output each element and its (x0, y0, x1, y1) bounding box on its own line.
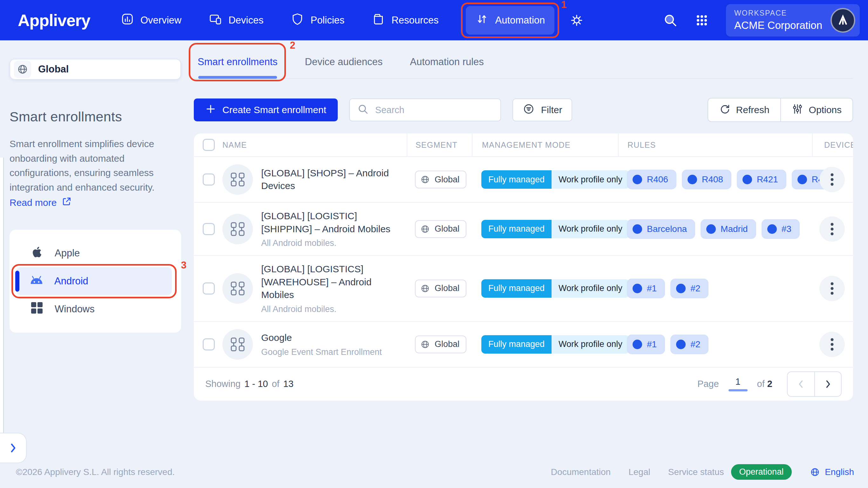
apple-icon (30, 245, 44, 262)
mode-fully-managed[interactable]: Fully managed (481, 279, 552, 298)
header-rules: RULES (618, 133, 812, 156)
rule-chip[interactable]: R406 (627, 170, 676, 189)
workspace-label: WORKSPACE (734, 9, 822, 18)
rule-chip[interactable]: #3 (762, 219, 800, 239)
enrollment-name[interactable]: [GLOBAL] [LOGISTIC] [SHIPPING] – Android… (261, 211, 391, 234)
tab-wrap-device-audiences: Device audiences (305, 56, 383, 78)
scope-label: Global (38, 64, 69, 75)
row-actions-kebab-icon[interactable] (819, 216, 845, 242)
next-page-button[interactable] (814, 372, 841, 396)
management-mode-cell: Fully managed Work profile only (472, 279, 618, 298)
enrollment-subtitle: All Android mobiles. (261, 304, 405, 314)
segment-pill: Global (415, 280, 466, 297)
rule-chip[interactable]: R421 (737, 170, 786, 189)
row-actions-kebab-icon[interactable] (819, 167, 845, 192)
previous-page-button[interactable] (787, 372, 814, 396)
options-button[interactable]: Options (780, 98, 852, 121)
table-header-row: NAME SEGMENT MANAGEMENT MODE RULES DEVIC… (194, 133, 853, 156)
header-segment: SEGMENT (407, 133, 472, 156)
android-icon (30, 273, 43, 289)
workspace-name: ACME Corporation (734, 20, 822, 31)
scope-selector[interactable]: Global (9, 59, 181, 80)
page-number-input[interactable] (729, 376, 747, 387)
footer-link-documentation[interactable]: Documentation (551, 467, 611, 477)
rule-label: #2 (690, 283, 700, 294)
rule-chip[interactable]: R408 (682, 170, 732, 189)
page-label: Page (698, 379, 719, 389)
enrollment-name[interactable]: Google (261, 332, 292, 343)
showing-of: of (272, 379, 279, 389)
showing-summary: Showing 1 - 10 of 13 (205, 379, 293, 389)
rule-chip[interactable]: #2 (671, 279, 709, 298)
language-selector[interactable]: English (810, 467, 854, 478)
read-more-label: Read more (9, 197, 57, 208)
search-input[interactable] (375, 105, 495, 115)
rule-dot-icon (767, 224, 777, 234)
external-link-icon (62, 196, 72, 209)
table-row: Google Google Event Smart Enrollment Glo… (194, 321, 853, 367)
rule-chip[interactable]: Barcelona (627, 219, 695, 239)
rule-label: R408 (702, 175, 723, 185)
footer-link-legal[interactable]: Legal (628, 467, 650, 477)
row-checkbox[interactable] (203, 174, 215, 186)
row-checkbox[interactable] (203, 282, 215, 295)
row-checkbox[interactable] (203, 338, 215, 350)
tab-automation-rules[interactable]: Automation rules (410, 56, 484, 78)
tab-device-audiences[interactable]: Device audiences (305, 56, 383, 78)
expand-sidebar-button[interactable] (0, 433, 27, 463)
nav-item-automation[interactable]: Automation 1 (466, 6, 554, 35)
apps-grid-icon[interactable] (695, 13, 709, 27)
globe-icon (420, 283, 430, 294)
mode-work-profile-only[interactable]: Work profile only (552, 170, 629, 189)
filter-button[interactable]: Filter (513, 98, 572, 121)
tab-smart-enrollments[interactable]: Smart enrollments (197, 56, 278, 78)
enrollment-name[interactable]: [GLOBAL] [LOGISTICS] [WAREHOUSE] – Andro… (261, 264, 371, 300)
nav-item-resources[interactable]: Resources (372, 12, 438, 28)
mode-fully-managed[interactable]: Fully managed (481, 220, 552, 238)
nav-item-policies[interactable]: Policies (291, 12, 344, 28)
platform-label: Windows (55, 303, 95, 315)
mode-work-profile-only[interactable]: Work profile only (552, 220, 629, 238)
mode-fully-managed[interactable]: Fully managed (481, 170, 552, 189)
select-all-checkbox[interactable] (203, 139, 215, 151)
rule-chip[interactable]: Madrid (701, 219, 756, 239)
platform-item-windows[interactable]: Windows (9, 295, 181, 323)
app-screen: Applivery Overview Devices Policies (0, 0, 868, 488)
row-checkbox[interactable] (203, 223, 215, 235)
mode-fully-managed[interactable]: Fully managed (481, 335, 552, 354)
create-smart-enrollment-button[interactable]: Create Smart enrollment (194, 98, 338, 121)
search-icon[interactable] (663, 13, 678, 28)
row-actions-kebab-icon[interactable] (819, 276, 845, 301)
platform-item-apple[interactable]: Apple (9, 239, 181, 267)
nav-label: Overview (141, 14, 181, 26)
rule-chip[interactable]: #1 (627, 335, 665, 354)
rules-cell: R406 R408 R421 R488 (618, 170, 812, 189)
mode-work-profile-only[interactable]: Work profile only (552, 335, 629, 354)
rule-chip[interactable]: #1 (627, 279, 665, 298)
nav-item-devices[interactable]: Devices (209, 12, 264, 28)
row-actions-kebab-icon[interactable] (819, 332, 845, 357)
enrollment-name[interactable]: [GLOBAL] [SHOPS] – Android Devices (261, 168, 389, 191)
settings-gear-icon[interactable] (570, 13, 584, 27)
globe-icon (420, 175, 430, 185)
workspace-avatar[interactable] (831, 8, 855, 33)
page-description: Smart enrollment simplifies device onboa… (9, 136, 181, 194)
footer-link-service-status[interactable]: Service status (668, 467, 724, 477)
platform-label: Android (54, 275, 88, 287)
refresh-button[interactable]: Refresh (708, 98, 780, 121)
workspace-switcher[interactable]: WORKSPACE ACME Corporation (726, 4, 860, 36)
mode-work-profile-only[interactable]: Work profile only (552, 279, 629, 298)
top-navigation-bar: Applivery Overview Devices Policies (0, 0, 868, 40)
platform-item-android[interactable]: Android 3 (16, 267, 172, 295)
rule-label: Madrid (720, 224, 748, 234)
read-more-link[interactable]: Read more (9, 196, 72, 209)
rule-chip[interactable]: #2 (671, 335, 709, 354)
smart-enrollment-icon (222, 164, 253, 195)
left-sidebar: Global Smart enrollments Smart enrollmen… (9, 40, 181, 333)
rule-dot-icon (706, 224, 716, 234)
rule-dot-icon (798, 175, 807, 184)
name-cell: [GLOBAL] [LOGISTIC] [SHIPPING] – Android… (194, 210, 407, 248)
rule-dot-icon (632, 224, 642, 234)
nav-item-overview[interactable]: Overview (121, 12, 181, 28)
nav-label: Automation (495, 14, 545, 26)
